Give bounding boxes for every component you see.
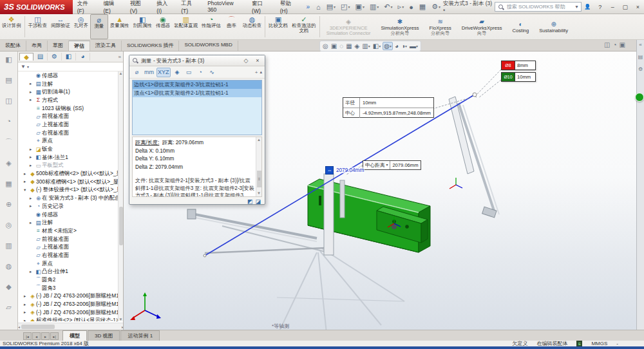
toolbar-icon[interactable]: ◆ [6, 283, 11, 291]
footer-icon[interactable]: ◪ [255, 198, 261, 205]
measure-dialog-titlebar[interactable]: 测量 - 安装方式3 - 副本 (3) ◇ × [129, 55, 265, 66]
menu-item[interactable]: PhotoView 360 [203, 0, 247, 15]
expand-arrow-icon[interactable]: ▸ [30, 97, 35, 102]
quick-tool-button[interactable]: ↶▾ [382, 2, 394, 12]
command-tab[interactable]: 评估 [69, 41, 90, 51]
command-tab[interactable]: 装配体 [0, 41, 26, 51]
expand-arrow-icon[interactable]: ▸ [30, 269, 35, 274]
expand-arrow-icon[interactable]: ▸ [30, 163, 35, 168]
ribbon-tool[interactable]: ◫干涉检查 [26, 14, 50, 39]
help-button[interactable]: ? [594, 3, 607, 12]
dialog-pin-icon[interactable]: ◇ [242, 57, 251, 64]
units-indicator[interactable]: MMGS [591, 341, 607, 346]
tree-item[interactable]: ◉ 传感器 [18, 211, 118, 219]
measure-tool-button[interactable]: XYZ [156, 68, 171, 77]
ribbon-tool[interactable]: ▥装配体直观 [172, 14, 200, 39]
expand-arrow-icon[interactable]: ▸ [30, 203, 35, 209]
ribbon-tool[interactable]: ▲质量属性 [108, 14, 131, 39]
expand-arrow-icon[interactable]: ▸ [30, 147, 35, 152]
dialog-collapse-icon[interactable]: ▴ [260, 70, 262, 75]
measure-tool-button[interactable]: ∿ [207, 68, 217, 77]
tree-item[interactable]: ▸ ⊕ 在 安装方式3 - 副本 (3) 中的配合 [18, 194, 118, 202]
ribbon-xpress-tool[interactable]: ✱SimulationXpress分析向导 [376, 14, 424, 39]
expand-arrow-icon[interactable]: ▸ [24, 171, 29, 176]
expand-arrow-icon[interactable]: ▸ [30, 155, 35, 160]
panel-overflow-icon[interactable]: » [118, 54, 121, 60]
measure-tool-button[interactable]: ▭ [184, 68, 194, 77]
featuremanager-tab[interactable]: ◆ [19, 53, 33, 61]
distance-dropdown-icon[interactable]: ▾ [386, 161, 388, 169]
tree-item[interactable]: ⌒ 圆角3 [18, 284, 118, 292]
tree-item[interactable]: ▱ 右视基准面 [18, 251, 118, 259]
expand-arrow-icon[interactable]: ▸ [24, 294, 29, 299]
menu-item[interactable]: 窗口(W) [247, 0, 276, 15]
expand-arrow-icon[interactable]: ▸ [30, 196, 35, 201]
ribbon-tool[interactable]: ⌒曲率 [223, 14, 241, 39]
measure-tool-button[interactable]: ◔ [196, 68, 205, 77]
tree-item[interactable]: ▱ 上视基准面 [18, 243, 118, 251]
ribbon-xpress-tool[interactable]: ▰DriveWorksXpress向导 [457, 14, 507, 39]
tree-item[interactable]: ▸ ▤ 注解 [18, 80, 118, 88]
view-tool-button[interactable]: ▣ [330, 42, 337, 50]
taskpane-icon[interactable]: ⚙ [638, 66, 643, 72]
tab-nav-button[interactable]: ▸ [41, 332, 50, 340]
expand-arrow-icon[interactable]: ▸ [24, 302, 29, 307]
quick-tool-button[interactable]: ⚙▾ [430, 2, 442, 12]
tab-nav-button[interactable]: |◂ [23, 332, 32, 340]
results-scrollbar[interactable]: ▲≡▼ [256, 137, 261, 196]
tree-item[interactable]: ⌖ 原点 [18, 259, 118, 268]
tree-item[interactable]: ▱ 前视基准面 [18, 112, 118, 120]
ribbon-tool[interactable]: ▣比较文档 [267, 14, 290, 39]
menu-item[interactable]: 编辑(E) [99, 0, 126, 15]
quick-tool-button[interactable]: ▣▾ [354, 2, 366, 12]
quick-tool-button[interactable]: ● [407, 2, 416, 12]
tree-item[interactable]: ▸ Σ 方程式 [18, 96, 118, 104]
tree-filter-row[interactable]: ▼ ▾ [18, 62, 123, 71]
view-tool-button[interactable]: ◑▾ [401, 42, 408, 50]
view-tool-button[interactable]: ◕ [394, 42, 399, 50]
quick-tool-button[interactable]: ⌂ [314, 2, 323, 12]
expand-arrow-icon[interactable]: ▸ [24, 310, 29, 315]
notification-badge[interactable] [635, 93, 644, 102]
view-tool-button[interactable]: ◌ [339, 42, 344, 50]
expand-arrow-icon[interactable]: ▸ [24, 318, 29, 321]
toolbar-icon[interactable]: ⊕ [6, 200, 12, 209]
model-tab[interactable]: 运动算例 1 [120, 330, 160, 341]
menu-item[interactable]: 插入(I) [152, 0, 176, 15]
graphics-viewport[interactable]: 测量 - 安装方式3 - 副本 (3) ◇ × ⌀mmXYZ◈▭◔∿ + ▴ 边… [124, 52, 636, 330]
toolbar-icon[interactable]: ◍ [6, 262, 12, 270]
ribbon-tool[interactable]: ◉传感器 [154, 14, 172, 39]
toolbar-icon[interactable]: ▦ [5, 180, 12, 188]
tree-item[interactable]: ▸ ◆ 300标准槽钢<1> (默认<<默认>_显示状 [18, 178, 118, 186]
featuremanager-tab[interactable]: ▤ [33, 53, 48, 61]
ribbon-tool[interactable]: ❖设计算例 [0, 14, 23, 39]
command-tab[interactable]: 布局 [26, 41, 48, 51]
view-tool-button[interactable]: ▬▾ [409, 42, 419, 50]
search-dropdown-icon[interactable]: ▾ [576, 4, 578, 10]
tree-item[interactable]: ≡ 材质 <未指定> [18, 227, 118, 235]
view-tool-button[interactable]: ▦ [345, 42, 352, 50]
view-tool-button[interactable]: ▥▾ [361, 42, 370, 50]
tree-item[interactable]: ≡ 1023 碳钢板 (SS) [18, 104, 118, 113]
view-tool-button[interactable]: ◈ [354, 42, 361, 50]
footer-icon[interactable]: ◩ [247, 198, 253, 205]
dialog-pin2-icon[interactable]: + [255, 70, 258, 75]
tree-item[interactable]: ⌒ 圆角2 [18, 276, 118, 284]
menu-item[interactable]: 工具(T) [176, 0, 203, 15]
measure-dialog[interactable]: 测量 - 安装方式3 - 副本 (3) ◇ × ⌀mmXYZ◈▭◔∿ + ▴ 边… [129, 55, 265, 205]
tree-item[interactable]: ▸ ▦ 切割清单(1) [18, 88, 118, 96]
ribbon-xpress-tool[interactable]: ⊕Sustainability [534, 14, 573, 39]
restore-button[interactable]: ▢ [619, 3, 632, 12]
toolbar-icon[interactable]: ▥ [5, 241, 12, 250]
tree-item[interactable]: ▸ ◔ 历史记录 [18, 202, 118, 211]
corner-icon[interactable]: ◫ [604, 41, 610, 48]
toolbar-icon[interactable]: ⌒ [5, 137, 12, 147]
ribbon-tool[interactable]: ◧剖面属性 [131, 14, 154, 39]
tree-vertical-scrollbar[interactable]: ▲▼ [118, 71, 123, 321]
tree-item[interactable]: ▸ ◈ (-) JB / ZQ 4763-2006[膨胀螺栓M12 [18, 308, 118, 317]
distance-callout[interactable]: 中心距离▾ 2079.06mm [363, 160, 421, 170]
ribbon-xpress-tool[interactable]: ≋FloXpress分析向导 [424, 14, 457, 39]
close-button[interactable]: × [632, 3, 644, 12]
search-box[interactable]: 搜索 SOLIDWORKS 帮助 ▾ [495, 2, 582, 12]
view-tool-button[interactable]: ◍▾ [383, 42, 393, 50]
